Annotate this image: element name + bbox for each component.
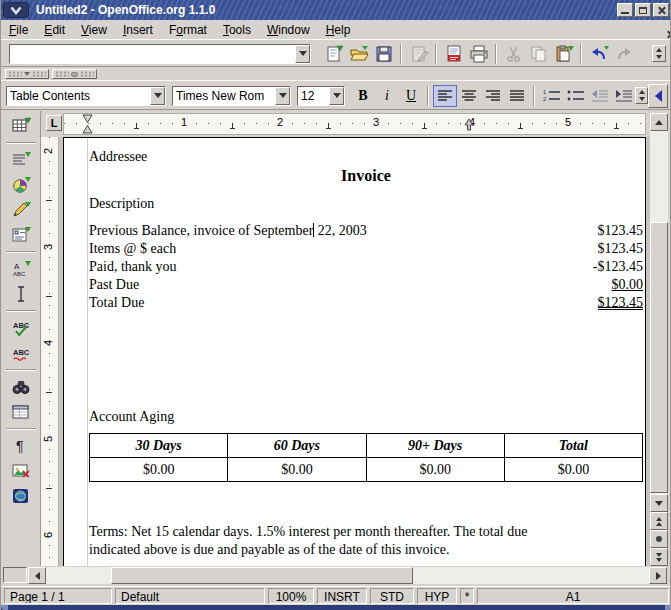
insert-object-icon[interactable]: [6, 174, 36, 196]
table-cell-status[interactable]: A1: [477, 588, 669, 604]
toolbar-back-button[interactable]: [648, 84, 668, 108]
invoice-line[interactable]: Items @ $ each $123.45: [89, 240, 643, 258]
cut-icon[interactable]: [501, 43, 526, 65]
menu-insert[interactable]: Insert: [115, 21, 161, 39]
insert-icon[interactable]: [6, 149, 36, 171]
right-indent-marker[interactable]: [464, 118, 474, 134]
aging-column-header[interactable]: 60 Days: [228, 434, 366, 458]
menu-file[interactable]: File: [1, 21, 36, 39]
draw-functions-icon[interactable]: [6, 199, 36, 221]
menu-tools[interactable]: Tools: [215, 21, 259, 39]
nonprinting-characters-icon[interactable]: ¶: [6, 435, 36, 457]
redo-icon[interactable]: [611, 43, 636, 65]
underline-button[interactable]: U: [399, 85, 423, 107]
find-replace-icon[interactable]: [6, 376, 36, 398]
bold-button[interactable]: B: [351, 85, 375, 107]
zoom-status[interactable]: 100%: [268, 588, 314, 604]
size-dropdown-button[interactable]: [329, 87, 344, 105]
copy-icon[interactable]: [526, 43, 551, 65]
autospellcheck-icon[interactable]: ABC: [6, 342, 36, 364]
invoice-line[interactable]: Total Due $123.45: [89, 294, 643, 312]
undo-icon[interactable]: [586, 43, 611, 65]
description-text[interactable]: Description: [89, 196, 154, 212]
previous-page-button[interactable]: [650, 512, 668, 530]
aging-cell[interactable]: $0.00: [90, 458, 228, 482]
align-center-button[interactable]: [457, 85, 481, 107]
vertical-scroll-thumb[interactable]: [650, 222, 668, 493]
invoice-line-amount[interactable]: $123.45: [598, 295, 644, 310]
align-left-button[interactable]: [433, 85, 457, 107]
page-style-status[interactable]: Default: [115, 588, 265, 604]
navigation-button[interactable]: [650, 530, 668, 548]
splitter-box[interactable]: [3, 567, 27, 583]
menu-window[interactable]: Window: [259, 21, 318, 39]
invoice-line[interactable]: Past Due $0.00: [89, 276, 643, 294]
aging-heading[interactable]: Account Aging: [89, 409, 174, 425]
increase-indent-button[interactable]: [611, 85, 635, 107]
horizontal-ruler[interactable]: 1 2 3 4 5: [63, 113, 646, 135]
hyperlink-mode-status[interactable]: HYP: [417, 588, 457, 604]
horizontal-scroll-thumb[interactable]: [111, 567, 413, 584]
aging-cell[interactable]: $0.00: [366, 458, 504, 482]
vertical-ruler[interactable]: 2 3 4 5 6: [41, 137, 59, 566]
next-page-button[interactable]: [650, 548, 668, 566]
italic-button[interactable]: i: [375, 85, 399, 107]
style-dropdown-button[interactable]: [150, 87, 165, 105]
url-dropdown-button[interactable]: [295, 45, 310, 63]
invoice-line-label[interactable]: Paid, thank you: [89, 258, 177, 276]
minimize-button[interactable]: [617, 3, 633, 17]
numbered-list-button[interactable]: 12: [539, 85, 563, 107]
addressee-text[interactable]: Addressee: [89, 149, 147, 165]
edit-file-icon[interactable]: [406, 43, 431, 65]
font-name-input[interactable]: [173, 88, 275, 104]
export-pdf-icon[interactable]: [441, 43, 466, 65]
invoice-line-label[interactable]: Previous Balance, invoice of September 2…: [89, 222, 367, 240]
menu-view[interactable]: View: [73, 21, 115, 39]
menu-edit[interactable]: Edit: [36, 21, 73, 39]
online-layout-icon[interactable]: [6, 485, 36, 507]
invoice-line-label[interactable]: Items @ $ each: [89, 240, 176, 258]
new-document-icon[interactable]: [321, 43, 346, 65]
spellcheck-icon[interactable]: ABC: [6, 317, 36, 339]
invoice-line-label[interactable]: Total Due: [89, 294, 144, 312]
open-icon[interactable]: [346, 43, 371, 65]
invoice-line[interactable]: Previous Balance, invoice of September 2…: [89, 222, 643, 240]
font-size-input[interactable]: [298, 88, 329, 104]
toolbar-scroll-spinner[interactable]: [635, 87, 648, 104]
aging-column-header[interactable]: 90+ Days: [366, 434, 504, 458]
toolbar-scroll-spinner[interactable]: [652, 45, 666, 62]
data-sources-icon[interactable]: [6, 401, 36, 423]
insert-table-icon[interactable]: [6, 115, 36, 137]
tab-type-selector[interactable]: L: [46, 115, 62, 131]
formula-bar-handle[interactable]: [52, 69, 97, 79]
invoice-title[interactable]: Invoice: [89, 167, 643, 185]
aging-cell[interactable]: $0.00: [504, 458, 642, 482]
menu-format[interactable]: Format: [161, 21, 215, 39]
invoice-line-amount[interactable]: -$123.45: [593, 258, 643, 276]
window-menu-button[interactable]: [3, 2, 29, 18]
horizontal-scroll-track[interactable]: [46, 567, 649, 584]
autotext-icon[interactable]: AABC: [6, 258, 36, 280]
terms-paragraph[interactable]: Terms: Net 15 calendar days. 1.5% intere…: [89, 523, 645, 559]
invoice-line-label[interactable]: Past Due: [89, 276, 139, 294]
hyperlink-bar-handle[interactable]: [5, 69, 49, 79]
font-dropdown-button[interactable]: [275, 87, 290, 105]
scroll-up-button[interactable]: [650, 113, 668, 131]
invoice-line[interactable]: Paid, thank you -$123.45: [89, 258, 643, 276]
graphics-toggle-icon[interactable]: [6, 460, 36, 482]
decrease-indent-button[interactable]: [587, 85, 611, 107]
direct-cursor-icon[interactable]: [6, 283, 36, 305]
selection-mode-status[interactable]: STD: [370, 588, 414, 604]
page-number-status[interactable]: Page 1 / 1: [4, 588, 112, 604]
scroll-right-button[interactable]: [649, 567, 667, 584]
scroll-down-button[interactable]: [650, 494, 668, 512]
url-input[interactable]: [10, 46, 295, 62]
menu-help[interactable]: Help: [318, 21, 359, 39]
indent-marker[interactable]: [82, 114, 93, 137]
invoice-line-amount[interactable]: $123.45: [598, 240, 644, 258]
invoice-line-amount[interactable]: $0.00: [612, 276, 644, 294]
align-right-button[interactable]: [481, 85, 505, 107]
aging-column-header[interactable]: 30 Days: [90, 434, 228, 458]
modified-flag-status[interactable]: *: [460, 588, 474, 604]
maximize-button[interactable]: [635, 3, 651, 17]
